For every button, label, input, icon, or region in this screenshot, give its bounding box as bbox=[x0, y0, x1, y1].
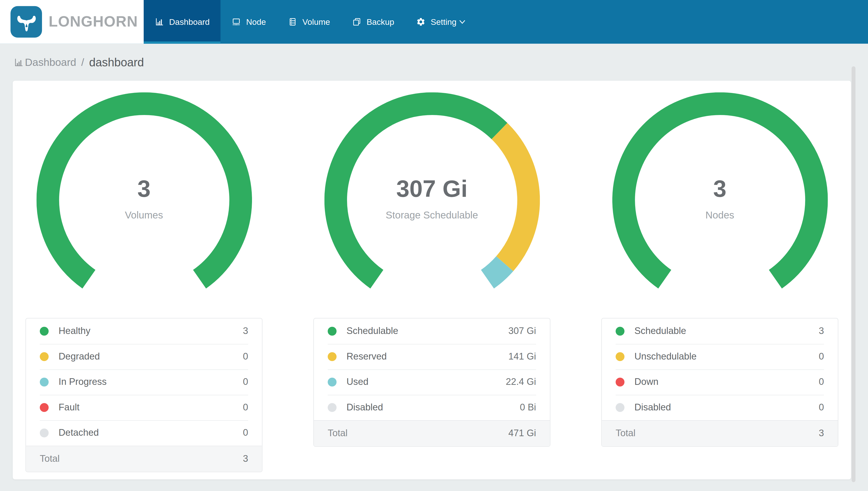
legend-row: Degraded0 bbox=[26, 344, 262, 370]
legend-value: 471 Gi bbox=[508, 428, 536, 439]
legend-label: Degraded bbox=[59, 351, 100, 362]
legend-dot-icon bbox=[616, 327, 625, 336]
breadcrumb-separator: / bbox=[81, 56, 84, 68]
chevron-down-icon bbox=[459, 18, 466, 25]
nodes-panel: 3 Nodes Schedulable3Unschedulable0Down0D… bbox=[601, 92, 838, 472]
legend-label: Disabled bbox=[634, 402, 671, 413]
legend-value: 0 bbox=[243, 376, 248, 387]
legend-value: 0 bbox=[818, 351, 824, 362]
legend-value: 0 bbox=[243, 402, 248, 413]
legend-label: Used bbox=[347, 376, 368, 387]
legend-row: Used22.4 Gi bbox=[314, 369, 550, 395]
legend-total-row: Total3 bbox=[26, 446, 262, 472]
scrollbar-thumb[interactable] bbox=[851, 66, 856, 482]
legend-value: 3 bbox=[243, 326, 248, 337]
legend-dot-icon bbox=[40, 403, 49, 412]
logo[interactable]: LONGHORN bbox=[0, 0, 144, 44]
nav-label: Dashboard bbox=[169, 17, 210, 27]
nav-label: Backup bbox=[367, 17, 394, 27]
nodes-legend-table: Schedulable3Unschedulable0Down0Disabled0… bbox=[601, 318, 838, 447]
legend-value: 3 bbox=[818, 428, 824, 439]
nav-item-volume[interactable]: Volume bbox=[277, 0, 341, 44]
nav-item-node[interactable]: Node bbox=[221, 0, 277, 44]
nav-item-backup[interactable]: Backup bbox=[341, 0, 405, 44]
volumes-gauge: 3 Volumes bbox=[36, 92, 252, 308]
longhorn-dashboard-page: LONGHORN Dashboard Node bbox=[0, 0, 868, 491]
gauge-segment bbox=[487, 264, 504, 279]
legend-dot-icon bbox=[40, 378, 49, 386]
storage-panel: 307 Gi Storage Schedulable Schedulable30… bbox=[313, 92, 551, 472]
breadcrumb-current-page: dashboard bbox=[89, 56, 144, 69]
legend-row: Schedulable307 Gi bbox=[314, 318, 550, 344]
legend-value: 0 Bi bbox=[520, 402, 536, 413]
legend-label: Total bbox=[328, 428, 347, 439]
legend-label: Healthy bbox=[59, 326, 91, 337]
nav-label: Setting bbox=[431, 17, 457, 27]
dashboard-card: 3 Volumes Healthy3Degraded0In Progress0F… bbox=[13, 81, 851, 480]
legend-total-row: Total3 bbox=[602, 420, 838, 446]
gauge-segment bbox=[623, 104, 816, 279]
legend-label: Reserved bbox=[347, 351, 387, 362]
legend-row: Reserved141 Gi bbox=[314, 344, 550, 370]
legend-value: 22.4 Gi bbox=[506, 376, 536, 387]
legend-value: 0 bbox=[818, 402, 824, 413]
storage-legend-table: Schedulable307 GiReserved141 GiUsed22.4 … bbox=[313, 318, 551, 447]
laptop-icon bbox=[232, 17, 241, 27]
gauge-arc bbox=[324, 92, 540, 308]
legend-value: 3 bbox=[243, 454, 248, 464]
legend-dot-icon bbox=[40, 352, 49, 361]
gauge-segment bbox=[499, 131, 528, 264]
legend-label: Disabled bbox=[347, 402, 383, 413]
legend-dot-icon bbox=[328, 327, 337, 336]
top-navbar: LONGHORN Dashboard Node bbox=[0, 0, 868, 44]
legend-dot-icon bbox=[328, 378, 337, 386]
legend-label: In Progress bbox=[59, 376, 107, 387]
legend-label: Down bbox=[634, 376, 658, 387]
legend-dot-icon bbox=[328, 352, 337, 361]
legend-dot-icon bbox=[40, 327, 49, 336]
gauge-arc bbox=[612, 92, 828, 308]
legend-label: Schedulable bbox=[347, 326, 398, 337]
legend-dot-icon bbox=[616, 378, 625, 386]
nav-item-dashboard[interactable]: Dashboard bbox=[144, 0, 221, 44]
nav-label: Volume bbox=[302, 17, 330, 27]
gauge-columns: 3 Volumes Healthy3Degraded0In Progress0F… bbox=[13, 81, 851, 472]
legend-dot-icon bbox=[616, 403, 625, 412]
longhorn-logo-icon bbox=[10, 6, 42, 37]
legend-row: Down0 bbox=[602, 369, 838, 395]
legend-total-row: Total471 Gi bbox=[314, 420, 550, 446]
legend-value: 307 Gi bbox=[508, 326, 536, 337]
legend-row: In Progress0 bbox=[26, 369, 262, 395]
bar-chart-icon bbox=[155, 17, 164, 27]
volumes-legend-table: Healthy3Degraded0In Progress0Fault0Detac… bbox=[26, 318, 262, 472]
legend-row: Unschedulable0 bbox=[602, 344, 838, 370]
legend-label: Detached bbox=[59, 427, 99, 438]
legend-label: Schedulable bbox=[634, 326, 686, 337]
copy-icon bbox=[352, 17, 362, 27]
legend-dot-icon bbox=[616, 352, 625, 361]
legend-row: Healthy3 bbox=[26, 318, 262, 344]
legend-row: Fault0 bbox=[26, 395, 262, 421]
legend-dot-icon bbox=[40, 429, 49, 437]
nodes-gauge: 3 Nodes bbox=[612, 92, 828, 308]
legend-value: 0 bbox=[818, 376, 824, 387]
bar-chart-icon bbox=[14, 57, 24, 67]
legend-value: 3 bbox=[818, 326, 824, 337]
legend-row: Detached0 bbox=[26, 420, 262, 446]
volumes-panel: 3 Volumes Healthy3Degraded0In Progress0F… bbox=[26, 92, 262, 472]
legend-dot-icon bbox=[328, 403, 337, 412]
breadcrumb: Dashboard / dashboard bbox=[0, 44, 868, 81]
legend-row: Disabled0 Bi bbox=[314, 395, 550, 421]
storage-gauge: 307 Gi Storage Schedulable bbox=[324, 92, 540, 308]
nav-label: Node bbox=[246, 17, 266, 27]
legend-value: 141 Gi bbox=[508, 351, 536, 362]
breadcrumb-section[interactable]: Dashboard bbox=[25, 56, 76, 68]
gauge-arc bbox=[36, 92, 252, 308]
legend-row: Disabled0 bbox=[602, 395, 838, 421]
gauge-segment bbox=[48, 104, 241, 279]
gauge-segment bbox=[336, 104, 499, 279]
nav-item-setting[interactable]: Setting bbox=[405, 0, 477, 44]
brand-name: LONGHORN bbox=[49, 13, 138, 30]
legend-value: 0 bbox=[243, 351, 248, 362]
legend-label: Total bbox=[616, 428, 636, 439]
